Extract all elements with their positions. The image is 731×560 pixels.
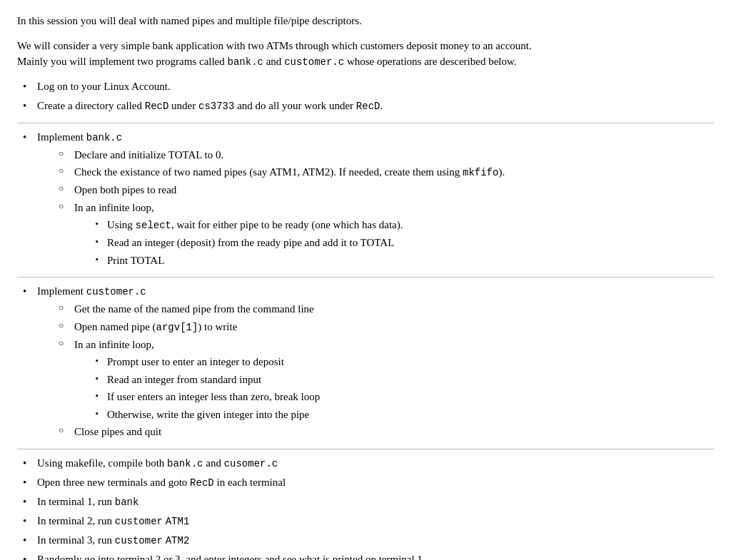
customer-c-code: customer.c (86, 286, 146, 297)
bank-c-code: bank.c (86, 132, 122, 143)
customer-run-1: customer (115, 516, 163, 527)
cs3733-code: cs3733 (198, 101, 234, 112)
bank-loop-list: Using select, wait for either pipe to be… (74, 217, 714, 268)
final-item-2: Open three new terminals and goto RecD i… (17, 474, 714, 491)
bank-main-item: Implement bank.c Declare and initialize … (17, 129, 714, 269)
intro-whose: whose operations are desceribed below. (344, 56, 516, 67)
customer-loop-3: If user enters an integer less than zero… (96, 389, 714, 405)
bank-run: bank (115, 497, 139, 508)
recd-final: RecD (190, 477, 214, 489)
customer-section: Implement customer.c Get the name of the… (17, 277, 714, 449)
intro-line1: In this session you will deal with named… (17, 13, 714, 29)
bank-sub-2: Check the existance of two named pipes (… (59, 164, 714, 180)
bank-c-intro: bank.c (228, 56, 263, 68)
intro-section: In this session you will deal with named… (17, 13, 714, 70)
atm2-run: ATM2 (166, 535, 190, 546)
setup-list: Log on to your Linux Account. Create a d… (17, 78, 714, 114)
setup-item-1: Log on to your Linux Account. (17, 78, 714, 95)
final-item-6: Randomly go into terminal 2 or 3, and en… (17, 551, 714, 561)
intro-line2-end: Mainly you will implement two programs c… (17, 56, 228, 67)
argv1-code: argv[1] (156, 322, 198, 333)
intro-line2: We will consider a very simple bank appl… (17, 38, 714, 71)
customer-loop-4: Otherwise, write the given integer into … (96, 407, 714, 423)
customer-list: Implement customer.c Get the name of the… (17, 283, 714, 440)
bank-sub-1: Declare and initialize TOTAL to 0. (59, 147, 714, 163)
customer-sub-list: Get the name of the named pipe from the … (37, 301, 714, 440)
customer-loop-list: Prompt user to enter an integer to depos… (74, 354, 714, 422)
select-code: select (136, 220, 171, 231)
customer-loop-2: Read an integer from standard input (96, 372, 714, 388)
bank-loop-3: Print TOTAL (96, 253, 714, 269)
bank-sub-4: In an infinite loop, Using select, wait … (59, 200, 714, 269)
intro-line2-start: We will consider a very simple bank appl… (17, 40, 532, 51)
customer-sub-4: Close pipes and quit (59, 424, 714, 440)
cusomer-c-final: cusomer.c (224, 458, 278, 469)
customer-sub-3: In an infinite loop, Prompt user to ente… (59, 337, 714, 423)
setup-section: Log on to your Linux Account. Create a d… (17, 78, 714, 123)
setup-item-2: Create a directory called RecD under cs3… (17, 98, 714, 114)
bank-section: Implement bank.c Declare and initialize … (17, 123, 714, 278)
intro-and: and (263, 56, 284, 67)
atm1-run: ATM1 (166, 516, 190, 527)
mkfifo-code: mkfifo (463, 167, 498, 178)
bank-list: Implement bank.c Declare and initialize … (17, 129, 714, 269)
final-item-5: In terminal 3, run customer ATM2 (17, 532, 714, 549)
final-list: Using makefile, compile both bank.c and … (17, 455, 714, 561)
final-item-4: In terminal 2, run customer ATM1 (17, 513, 714, 529)
customer-run-2: customer (115, 535, 163, 546)
customer-sub-1: Get the name of the named pipe from the … (59, 301, 714, 317)
customer-main-item: Implement customer.c Get the name of the… (17, 283, 714, 440)
final-item-3: In terminal 1, run bank (17, 494, 714, 510)
bank-loop-1: Using select, wait for either pipe to be… (96, 217, 714, 233)
customer-c-intro: customer.c (284, 56, 344, 68)
bank-sub-list: Declare and initialize TOTAL to 0. Check… (37, 147, 714, 269)
final-item-1: Using makefile, compile both bank.c and … (17, 455, 714, 472)
bank-c-final: bank.c (167, 458, 203, 469)
bank-sub-3: Open both pipes to read (59, 182, 714, 198)
recd-code-2: RecD (356, 101, 380, 112)
recd-code-1: RecD (145, 101, 169, 112)
customer-sub-2: Open named pipe (argv[1]) to write (59, 319, 714, 335)
customer-loop-1: Prompt user to enter an integer to depos… (96, 354, 714, 370)
bank-loop-2: Read an integer (deposit) from the ready… (96, 235, 714, 251)
final-section: Using makefile, compile both bank.c and … (17, 449, 714, 561)
